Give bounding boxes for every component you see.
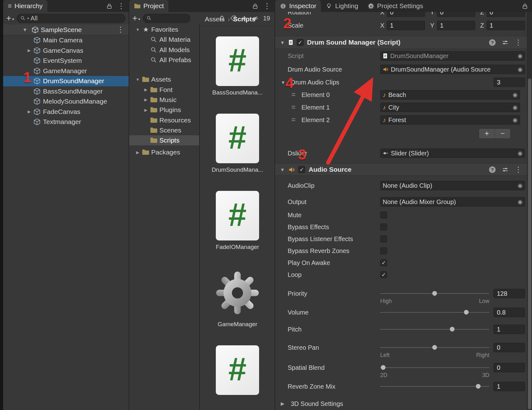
scene-kebab-icon[interactable]: ⋮ [117,26,124,33]
hierarchy-item-drumsoundmanager[interactable]: DrumSoundManager [3,76,129,86]
tree-folder-scripts[interactable]: Scripts [129,135,199,145]
scrollbar-thumb[interactable] [528,78,531,409]
breadcrumb-root[interactable]: Assets [205,15,225,23]
kebab-menu-icon[interactable]: ⋮ [515,39,522,46]
array-size-field[interactable]: 3 [493,78,525,87]
create-asset-button[interactable]: + ▾ [132,14,140,23]
help-icon[interactable]: ? [489,39,496,46]
foldout-open-icon[interactable]: ▼ [134,27,142,32]
asset-partial[interactable]: # [216,345,259,395]
drag-handle-icon[interactable]: = [288,116,301,124]
priority-slider[interactable]: HighLow [380,289,489,298]
bypass-effects-checkbox[interactable] [380,224,387,230]
slider-thumb[interactable] [432,291,437,296]
tree-folder-resources[interactable]: Resources [129,115,199,125]
drum-audio-source-field[interactable]: DrumSoundManager (Audio Source ◉ [380,65,525,74]
inspector-scrollbar[interactable] [527,12,532,410]
pitch-value-field[interactable]: 1 [493,325,525,334]
script-object-field[interactable]: DrumSoundManager ◉ [380,51,525,61]
pitch-slider[interactable] [380,325,489,334]
rotation-y-field[interactable]: 0 [437,12,475,17]
scale-y-field[interactable]: 1 [437,21,475,30]
bypass-listener-effects-checkbox[interactable] [380,235,387,242]
help-icon[interactable]: ? [489,166,496,173]
tree-packages[interactable]: ▶ Packages [129,147,199,157]
tab-inspector[interactable]: Inspector [275,0,321,12]
foldout-open-icon[interactable]: ▼ [134,77,142,82]
slider-thumb[interactable] [381,365,386,370]
expand-arrow-icon[interactable]: ▶ [134,150,142,155]
slider-thumb[interactable] [476,384,481,389]
object-picker-icon[interactable]: ◉ [518,150,523,156]
element-0-field[interactable]: ♪ Beach ◉ [380,90,520,100]
audio-source-component-header[interactable]: ▼ Audio Source ? ⋮ [275,163,527,176]
row-drum-audio-clips[interactable]: ▼ Drum Audio Clips 3 [275,76,527,89]
priority-value-field[interactable]: 128 [493,289,525,298]
rotation-z-field[interactable]: 0 [487,12,525,17]
breadcrumb-current[interactable]: Scripts [233,15,255,23]
element-2-field[interactable]: ♪ Forest ◉ [380,115,520,125]
output-field[interactable]: None (Audio Mixer Group) ◉ [380,197,525,207]
tree-assets[interactable]: ▼ Assets [129,74,199,84]
lock-icon[interactable] [252,3,258,9]
reverb-zone-mix-slider[interactable] [380,382,489,391]
hierarchy-item-gamecanvas[interactable]: ▶ GameCanvas [3,46,129,56]
tab-lighting[interactable]: Lighting [321,0,363,12]
bypass-reverb-zones-checkbox[interactable] [380,247,387,254]
stereo-pan-slider[interactable]: LeftRight [380,343,489,352]
object-picker-icon[interactable]: ◉ [513,117,518,123]
slider-thumb[interactable] [432,345,437,350]
component-enabled-checkbox[interactable] [298,166,305,173]
object-picker-icon[interactable]: ◉ [513,92,518,98]
object-picker-icon[interactable]: ◉ [518,67,523,72]
foldout-open-icon[interactable]: ▼ [280,167,285,172]
hierarchy-search-input[interactable]: ▾ All [17,14,125,23]
expand-arrow-icon[interactable]: ▶ [142,108,150,112]
expand-arrow-icon[interactable]: ▶ [281,401,291,407]
project-search-input[interactable] [143,14,190,23]
object-picker-icon[interactable]: ◉ [518,199,523,205]
expand-arrow-icon[interactable]: ▶ [25,109,33,114]
kebab-menu-icon[interactable]: ⋮ [118,3,125,10]
foldout-open-icon[interactable]: ▼ [280,40,285,45]
remove-element-button[interactable]: − [495,129,510,138]
slider-thumb[interactable] [464,310,469,315]
lock-icon[interactable] [106,3,113,9]
asset-gamemanager[interactable]: GameManager [214,268,261,328]
hierarchy-item-fadecanvas[interactable]: ▶ FadeCanvas [3,107,129,117]
tree-all-models[interactable]: All Models [129,45,199,55]
tree-folder-font[interactable]: ▶ Font [129,84,199,94]
drag-handle-icon[interactable]: = [288,103,301,111]
hierarchy-item-melodysoundmanager[interactable]: MelodySoundManage [3,96,129,107]
hierarchy-item-main-camera[interactable]: Main Camera [3,35,129,46]
kebab-menu-icon[interactable]: ⋮ [515,166,522,173]
object-picker-icon[interactable]: ◉ [518,53,523,59]
add-element-button[interactable]: + [479,129,495,138]
presets-icon[interactable] [502,166,508,173]
tree-all-materials[interactable]: All Materia [129,35,199,45]
volume-value-field[interactable]: 0.8 [493,308,525,317]
asset-drumsoundmanager[interactable]: # DrumSoundMana... [212,114,263,173]
rotation-x-field[interactable]: 0 [387,12,425,17]
element-1-field[interactable]: ♪ City ◉ [380,103,520,112]
scale-x-field[interactable]: 1 [387,21,425,30]
kebab-menu-icon[interactable]: ⋮ [263,3,271,10]
drum-script-component-header[interactable]: ▼ Drum Sound Manager (Script) ? ⋮ [275,36,527,49]
tree-favorites[interactable]: ▼ ★ Favorites [129,24,199,35]
reverb-zone-mix-value-field[interactable]: 1 [493,382,525,391]
row-3d-sound-settings[interactable]: ▶ 3D Sound Settings [275,397,527,410]
spatial-blend-value-field[interactable]: 0 [493,363,525,372]
scale-z-field[interactable]: 1 [487,21,525,30]
volume-slider[interactable] [380,308,489,317]
foldout-open-icon[interactable]: ▼ [23,27,31,32]
stereo-pan-value-field[interactable]: 0 [493,343,525,352]
object-picker-icon[interactable]: ◉ [518,183,523,188]
tab-project-settings[interactable]: Project Settings [363,0,428,12]
tree-all-prefabs[interactable]: All Prefabs [129,55,199,65]
asset-basssoundmanager[interactable]: # BassSoundMana... [212,36,263,96]
tab-project[interactable]: Project [129,0,168,12]
lock-icon[interactable] [522,3,528,9]
object-picker-icon[interactable]: ◉ [513,105,518,110]
tab-hierarchy[interactable]: ≡ Hierarchy [3,0,47,12]
dslider-object-field[interactable]: Slider (Slider) ◉ [380,148,525,158]
